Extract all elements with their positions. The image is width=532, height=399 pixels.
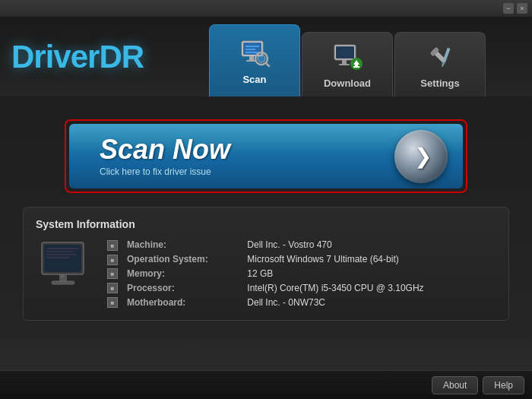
row-icon: ■ [104,280,124,295]
tab-download[interactable]: Download [302,32,393,97]
footer: About Help [0,370,532,399]
svg-point-5 [258,55,265,62]
svg-rect-13 [339,64,350,65]
row-icon: ■ [104,267,124,281]
sys-info-body: ■ Machine: Dell Inc. - Vostro 470 ■ Oper… [36,238,496,309]
main-container: DriverDR [0,17,532,399]
svg-point-30 [61,274,64,277]
svg-rect-20 [442,47,451,62]
row-label: Motherboard: [124,295,244,309]
row-icon: ■ [104,295,124,309]
row-icon-box: ■ [107,268,118,279]
sys-info-row: ■ Processor: Intel(R) Core(TM) i5-3450 C… [104,280,496,295]
sys-info-title: System Information [36,218,496,230]
header: DriverDR [0,17,532,97]
close-button[interactable]: × [517,3,527,14]
svg-rect-29 [52,281,74,284]
row-icon-box: ■ [107,297,118,308]
sys-info-row: ■ Operation System: Microsoft Windows 7 … [104,252,496,267]
row-label: Processor: [124,280,244,295]
row-icon: ■ [104,252,124,267]
about-button[interactable]: About [432,376,478,394]
download-icon [331,41,363,73]
row-icon-box: ■ [107,240,118,251]
row-icon: ■ [104,238,124,252]
sys-info-main: System Information [36,218,496,309]
row-value: 12 GB [244,267,496,281]
row-label: Operation System: [124,252,244,267]
tab-download-label: Download [324,78,371,89]
tab-settings[interactable]: Settings [394,32,486,97]
row-value: Dell Inc. - Vostro 470 [244,238,496,252]
row-icon-box: ■ [107,283,118,293]
scan-icon [239,37,271,69]
svg-rect-2 [249,56,254,60]
sys-info-row: ■ Memory: 12 GB [104,267,496,281]
scan-now-button[interactable]: Scan Now Click here to fix driver issue … [69,124,463,188]
svg-rect-17 [353,66,359,68]
svg-rect-25 [46,251,73,252]
arrow-symbol: ❯ [414,144,432,169]
scan-arrow-icon: ❯ [394,130,448,183]
row-value: Microsoft Windows 7 Ultimate (64-bit) [244,252,496,267]
row-label: Memory: [124,267,244,281]
scan-button-wrapper: Scan Now Click here to fix driver issue … [65,119,467,193]
tab-settings-label: Settings [420,78,459,89]
scan-subtext: Click here to fix driver issue [100,166,211,177]
tab-scan[interactable]: Scan [209,24,300,97]
window-controls: − × [503,3,527,14]
sys-info-row: ■ Motherboard: Dell Inc. - 0NW73C [104,295,496,309]
row-label: Machine: [124,238,244,252]
svg-rect-26 [46,254,77,255]
help-button[interactable]: Help [483,376,524,394]
svg-rect-24 [46,248,79,249]
scan-now-label: Scan Now [100,136,230,163]
title-bar: − × [0,0,532,17]
row-icon-box: ■ [107,255,118,265]
system-info-panel: System Information [23,207,509,321]
svg-rect-27 [46,257,69,258]
minimize-button[interactable]: − [503,3,514,14]
svg-rect-16 [355,65,358,66]
nav-tabs: Scan [194,17,532,97]
scan-btn-text: Scan Now Click here to fix driver issue [100,136,230,177]
row-value: Intel(R) Core(TM) i5-3450 CPU @ 3.10GHz [244,280,496,295]
tab-scan-label: Scan [242,74,266,85]
svg-marker-21 [441,62,445,67]
monitor-graphic [36,238,97,295]
sys-info-row: ■ Machine: Dell Inc. - Vostro 470 [104,238,496,252]
content-area: Scan Now Click here to fix driver issue … [0,97,532,340]
row-value: Dell Inc. - 0NW73C [244,295,496,309]
sys-info-table: ■ Machine: Dell Inc. - Vostro 470 ■ Oper… [104,238,496,309]
svg-rect-12 [342,60,347,64]
svg-line-6 [266,63,269,66]
svg-rect-11 [336,46,354,59]
logo-area: DriverDR [11,17,194,97]
settings-icon [424,41,456,73]
app-logo: DriverDR [11,39,144,74]
